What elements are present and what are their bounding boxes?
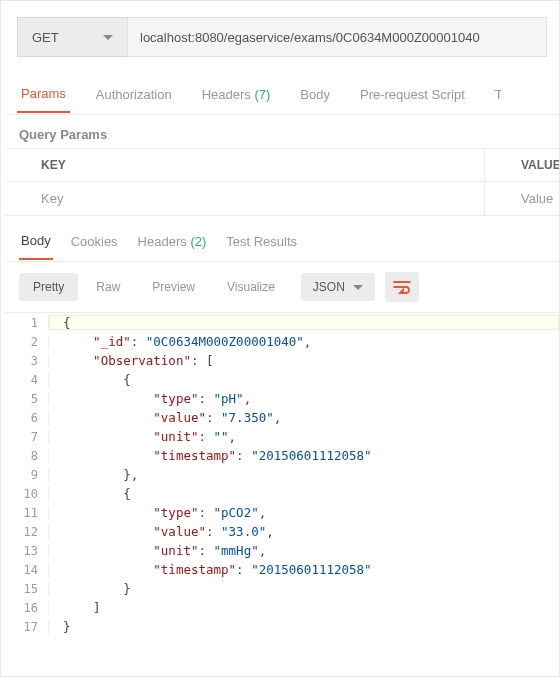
method-label: GET <box>32 30 59 45</box>
response-tab-headers[interactable]: Headers (2) <box>136 224 209 259</box>
tab-prerequest[interactable]: Pre-request Script <box>356 77 469 112</box>
chevron-down-icon <box>353 285 363 290</box>
pretty-button[interactable]: Pretty <box>19 273 78 301</box>
query-params-title: Query Params <box>5 115 559 148</box>
response-tabs: Body Cookies Headers (2) Test Results <box>5 222 559 262</box>
query-params-table: KEY VALUE Key Value <box>5 148 559 216</box>
viewer-controls: Pretty Raw Preview Visualize JSON <box>5 262 559 312</box>
key-column-header: KEY <box>5 149 485 181</box>
tab-headers[interactable]: Headers (7) <box>198 77 275 112</box>
response-tab-body[interactable]: Body <box>19 223 53 260</box>
url-text: localhost:8080/egaservice/exams/0C0634M0… <box>140 30 480 45</box>
value-column-header: VALUE <box>485 149 559 181</box>
visualize-button[interactable]: Visualize <box>213 273 289 301</box>
response-tab-cookies[interactable]: Cookies <box>69 224 120 259</box>
url-input[interactable]: localhost:8080/egaservice/exams/0C0634M0… <box>127 17 547 57</box>
language-select[interactable]: JSON <box>301 273 375 301</box>
http-method-select[interactable]: GET <box>17 17 127 57</box>
raw-button[interactable]: Raw <box>82 273 134 301</box>
tab-authorization[interactable]: Authorization <box>92 77 176 112</box>
key-input[interactable]: Key <box>5 182 485 215</box>
response-tab-tests[interactable]: Test Results <box>224 224 299 259</box>
tab-body[interactable]: Body <box>296 77 334 112</box>
preview-button[interactable]: Preview <box>138 273 209 301</box>
wrap-lines-button[interactable] <box>385 272 419 302</box>
tab-tests[interactable]: T <box>491 77 501 112</box>
request-tabs: Params Authorization Headers (7) Body Pr… <box>5 75 559 115</box>
value-input[interactable]: Value <box>485 182 559 215</box>
json-viewer[interactable]: 1{ 2 "_id": "0C0634M000Z00001040", 3 "Ob… <box>5 312 559 636</box>
tab-params[interactable]: Params <box>17 76 70 113</box>
chevron-down-icon <box>103 35 113 40</box>
wrap-icon <box>393 280 411 294</box>
